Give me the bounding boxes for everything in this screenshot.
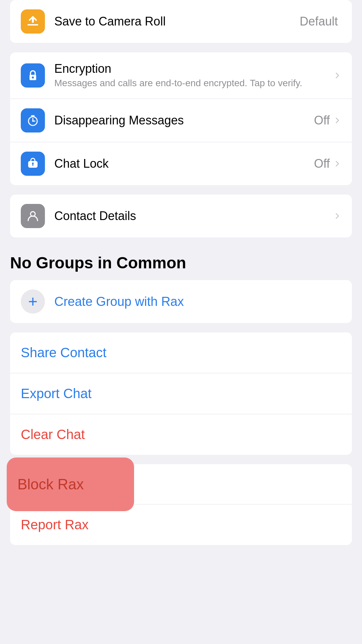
clear-chat-item[interactable]: Clear Chat [10,414,352,455]
encryption-content: Encryption Messages and calls are end-to… [54,62,333,89]
block-rax-highlight: Block Rax [7,458,134,511]
save-camera-roll-value: Default [300,14,338,29]
save-camera-roll-card: Save to Camera Roll Default [10,0,352,43]
block-rax-item[interactable]: Block Rax [10,464,352,504]
settings-page: Save to Camera Roll Default Encryption M… [0,0,362,545]
security-card: Encryption Messages and calls are end-to… [10,52,352,185]
timer-icon [26,114,40,127]
svg-point-5 [32,120,34,122]
disappearing-icon-bg [21,108,45,132]
save-camera-roll-icon-bg [21,9,45,34]
svg-rect-0 [27,24,38,25]
plus-circle-icon: + [21,289,45,314]
share-contact-item[interactable]: Share Contact [10,332,352,373]
svg-point-3 [32,76,34,78]
share-contact-label: Share Contact [21,345,107,360]
disappearing-messages-value: Off [314,113,330,127]
export-chat-label: Export Chat [21,386,92,401]
chat-lock-icon-bg [21,152,45,176]
save-camera-roll-content: Save to Camera Roll [54,14,300,29]
create-group-label: Create Group with Rax [54,294,184,309]
contact-details-label: Contact Details [54,209,333,223]
chat-lock-chevron-icon [333,160,341,168]
upload-icon [26,15,40,28]
encryption-item[interactable]: Encryption Messages and calls are end-to… [10,52,352,99]
plus-icon: + [28,293,38,310]
encryption-chevron-icon [333,71,341,79]
disappearing-messages-item[interactable]: Disappearing Messages Off [10,99,352,142]
contact-icon [26,209,40,223]
contact-details-content: Contact Details [54,209,333,223]
chat-lock-icon [26,157,40,170]
save-camera-roll-label: Save to Camera Roll [54,14,300,29]
chat-lock-value: Off [314,157,330,171]
danger-card: Block Rax Report Rax [10,464,352,545]
lock-icon [26,69,40,82]
clear-chat-label: Clear Chat [21,427,85,442]
contact-details-item[interactable]: Contact Details [10,195,352,237]
report-rax-label: Report Rax [21,517,88,532]
contact-details-card: Contact Details [10,195,352,237]
chat-lock-label: Chat Lock [54,157,314,171]
encryption-subtitle: Messages and calls are end-to-end encryp… [54,77,333,89]
groups-heading: No Groups in Common [0,247,362,280]
actions-card: Share Contact Export Chat Clear Chat [10,332,352,455]
create-group-item[interactable]: + Create Group with Rax [10,280,352,323]
chat-lock-item[interactable]: Chat Lock Off [10,142,352,185]
encryption-label: Encryption [54,62,333,76]
export-chat-item[interactable]: Export Chat [10,373,352,414]
contact-details-icon-bg [21,204,45,228]
block-rax-label: Block Rax [17,476,84,493]
disappearing-messages-label: Disappearing Messages [54,113,314,127]
chat-lock-content: Chat Lock [54,157,314,171]
disappearing-messages-content: Disappearing Messages [54,113,314,127]
disappearing-messages-chevron-icon [333,116,341,124]
encryption-icon-bg [21,63,45,88]
svg-point-7 [32,163,34,164]
save-to-camera-roll-item[interactable]: Save to Camera Roll Default [10,0,352,43]
create-group-card: + Create Group with Rax [10,280,352,323]
contact-details-chevron-icon [333,212,341,220]
